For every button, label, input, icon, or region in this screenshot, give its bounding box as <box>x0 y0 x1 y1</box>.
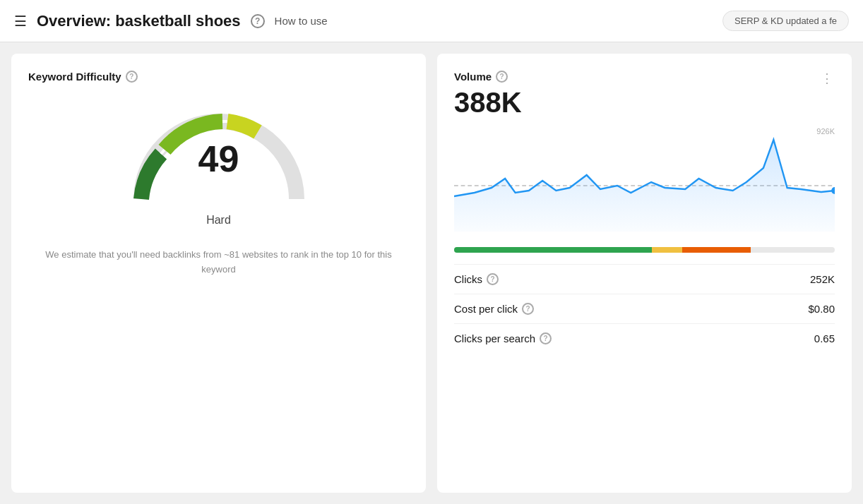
clicks-value: 252K <box>810 273 835 285</box>
bar-orange-segment <box>682 247 751 253</box>
clicks-label: Clicks ? <box>454 273 499 285</box>
bar-yellow-segment <box>652 247 682 253</box>
cps-value: 0.65 <box>814 332 835 344</box>
title-help-icon[interactable]: ? <box>251 14 265 28</box>
keyword-difficulty-card: Keyword Difficulty ? <box>11 54 426 493</box>
clicks-help-icon[interactable]: ? <box>487 273 499 285</box>
cps-row: Clicks per search ? 0.65 <box>454 323 835 353</box>
volume-value: 388K <box>454 87 522 119</box>
kd-level: Hard <box>206 214 231 227</box>
volume-chart: 926K <box>454 126 835 239</box>
volume-help-icon[interactable]: ? <box>496 71 508 83</box>
hamburger-icon[interactable]: ☰ <box>14 13 27 30</box>
clicks-row: Clicks ? 252K <box>454 264 835 294</box>
volume-title-section: Volume ? 388K <box>454 71 522 126</box>
volume-menu-icon[interactable]: ⋮ <box>821 71 835 86</box>
cps-label: Clicks per search ? <box>454 332 552 344</box>
chart-max-label: 926K <box>816 127 835 136</box>
gauge-svg: 49 <box>120 97 318 210</box>
cpc-label: Cost per click ? <box>454 303 534 315</box>
gauge-center: 49 <box>198 140 239 177</box>
bar-green-segment <box>454 247 652 253</box>
volume-header: Volume ? 388K ⋮ <box>454 71 835 126</box>
header-notice: SERP & KD updated a fe <box>722 11 849 31</box>
how-to-use-link[interactable]: How to use <box>275 15 328 27</box>
volume-title-row: Volume ? <box>454 71 522 83</box>
clicks-distribution-bar <box>454 247 835 253</box>
volume-title: Volume <box>454 71 492 83</box>
cpc-row: Cost per click ? $0.80 <box>454 294 835 323</box>
kd-card-title: Keyword Difficulty ? <box>28 71 409 83</box>
header: ☰ Overview: basketball shoes ? How to us… <box>0 0 863 42</box>
kd-score: 49 <box>198 140 239 177</box>
kd-help-icon[interactable]: ? <box>126 71 138 83</box>
cpc-value: $0.80 <box>808 303 835 315</box>
cpc-help-icon[interactable]: ? <box>522 303 534 315</box>
main-content: Keyword Difficulty ? <box>0 42 863 504</box>
cps-help-icon[interactable]: ? <box>540 332 552 344</box>
page-title: Overview: basketball shoes <box>37 12 241 30</box>
volume-card: Volume ? 388K ⋮ 926K <box>437 54 852 493</box>
gauge-container: 49 Hard <box>28 97 409 227</box>
kd-description: We estimate that you'll need backlinks f… <box>28 248 409 277</box>
